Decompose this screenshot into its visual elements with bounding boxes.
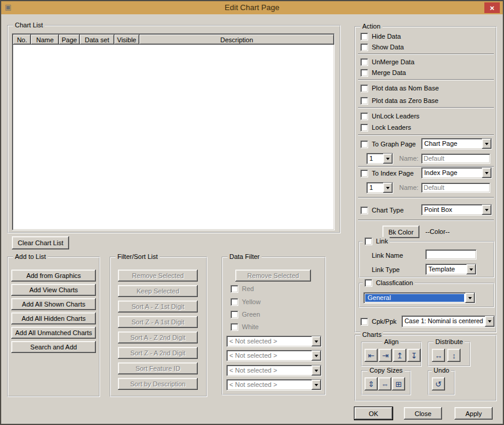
remove-selected-button: Remove Selected <box>118 270 198 282</box>
column-header-visible[interactable]: Visible <box>114 35 139 45</box>
merge-data-checkbox[interactable]: Merge Data <box>360 68 406 77</box>
chart-type-checkbox[interactable]: Chart Type <box>360 206 404 214</box>
red-checkbox-label: Red <box>242 285 254 292</box>
keep-selected-button: Keep Selected <box>118 285 198 297</box>
copy-width-button[interactable]: ⇔ <box>378 377 391 390</box>
separator <box>358 107 494 108</box>
add-all-unmatched-charts-button[interactable]: Add All Unmatched Charts <box>11 327 96 339</box>
show-data-label: Show Data <box>372 43 404 51</box>
clear-chart-list-button[interactable]: Clear Chart List <box>12 236 69 249</box>
unmerge-data-label: UnMerge Data <box>372 58 415 65</box>
graph-page-select[interactable]: Chart Page <box>421 138 492 149</box>
checkbox-icon <box>360 58 368 66</box>
close-icon: × <box>490 4 494 12</box>
ok-button[interactable]: OK <box>354 407 393 420</box>
distribute-vertical-button[interactable]: ↕ <box>447 349 461 362</box>
copy-both-button[interactable]: ⊞ <box>392 377 405 390</box>
index-page-number-select[interactable]: 1 <box>366 182 393 193</box>
checkbox-icon <box>360 112 368 120</box>
plot-zero-base-checkbox[interactable]: Plot data as Zero Base <box>360 96 438 105</box>
distribute-horizontal-button[interactable]: ↔ <box>432 349 445 362</box>
column-header-description[interactable]: Description <box>139 35 334 45</box>
dropdown-arrow-icon[interactable] <box>383 183 393 193</box>
link-type-select[interactable]: Template <box>425 264 477 275</box>
green-checkbox-label: Green <box>242 311 260 318</box>
link-checkbox[interactable]: Link <box>363 237 390 245</box>
align-bottom-button[interactable]: ↧ <box>407 349 421 362</box>
apply-button[interactable]: Apply <box>455 407 493 420</box>
combo-value: General <box>365 294 464 302</box>
dropdown-arrow-icon[interactable] <box>312 380 321 390</box>
checkbox-icon <box>231 311 238 318</box>
checkbox-icon <box>365 238 372 245</box>
sort-by-description-button: Sort by Description <box>118 378 198 390</box>
add-all-hidden-charts-button[interactable]: Add All Hidden Charts <box>11 312 96 324</box>
lock-leaders-checkbox[interactable]: Lock Leaders <box>360 123 411 132</box>
dropdown-arrow-icon[interactable] <box>482 168 491 178</box>
distribute-horizontal-icon: ↔ <box>435 351 443 360</box>
to-graph-page-checkbox[interactable]: To Graph Page <box>360 140 416 148</box>
data-filter-select-2[interactable]: < Not selected > <box>226 350 322 361</box>
close-button-footer[interactable]: Close <box>404 407 442 420</box>
cpk-ppk-checkbox[interactable]: Cpk/Ppk <box>360 317 397 326</box>
dropdown-arrow-icon[interactable] <box>312 336 321 346</box>
unmerge-data-checkbox[interactable]: UnMerge Data <box>360 58 415 66</box>
dropdown-arrow-icon[interactable] <box>383 154 393 164</box>
graph-name-label: Name: <box>399 155 418 162</box>
column-header-dataset[interactable]: Data set <box>80 35 114 45</box>
separator <box>358 197 494 198</box>
align-right-icon: ⇥ <box>382 351 389 360</box>
hide-data-checkbox[interactable]: Hide Data <box>360 32 401 40</box>
bk-color-button[interactable]: Bk Color <box>382 226 419 238</box>
plot-nom-base-checkbox[interactable]: Plot data as Nom Base <box>360 84 439 92</box>
to-index-page-checkbox[interactable]: To Index Page <box>360 169 413 177</box>
action-legend: Action <box>360 23 382 30</box>
data-filter-select-3[interactable]: < Not selected > <box>226 365 322 376</box>
link-name-input[interactable] <box>425 249 477 260</box>
checkbox-icon <box>360 43 368 51</box>
dropdown-arrow-icon[interactable] <box>466 264 476 274</box>
show-data-checkbox[interactable]: Show Data <box>360 43 404 51</box>
color-label: --Color-- <box>425 228 450 235</box>
search-and-add-button[interactable]: Search and Add <box>11 341 96 353</box>
dropdown-arrow-icon[interactable] <box>485 316 494 327</box>
chart-list-body[interactable] <box>13 45 334 229</box>
separator <box>358 220 494 221</box>
chart-list-table[interactable]: No. Name Page Data set Visible Descripti… <box>12 33 335 230</box>
add-from-graphics-button[interactable]: Add from Graphics <box>11 270 96 282</box>
undo-button[interactable]: ↺ <box>432 377 445 390</box>
index-name-field: Default <box>421 183 490 193</box>
align-right-button[interactable]: ⇥ <box>379 349 392 362</box>
index-page-select[interactable]: Index Page <box>421 167 492 179</box>
classification-select[interactable]: General <box>363 292 475 304</box>
plot-zero-base-label: Plot data as Zero Base <box>372 97 438 104</box>
to-graph-page-label: To Graph Page <box>372 140 416 148</box>
edit-chart-page-dialog: ▣ Edit Chart Page × Chart List No. Name … <box>0 0 504 425</box>
align-top-button[interactable]: ↥ <box>393 349 406 362</box>
data-filter-select-4[interactable]: < Not selected > <box>226 379 322 390</box>
add-view-charts-button[interactable]: Add View Charts <box>11 284 96 296</box>
column-header-page[interactable]: Page <box>59 35 80 45</box>
dropdown-arrow-icon[interactable] <box>312 351 321 361</box>
column-header-name[interactable]: Name <box>31 35 59 45</box>
dropdown-arrow-icon[interactable] <box>312 365 321 376</box>
data-filter-select-1[interactable]: < Not selected > <box>226 336 322 347</box>
graph-page-number-select[interactable]: 1 <box>366 153 393 164</box>
dropdown-arrow-icon[interactable] <box>482 205 491 215</box>
dropdown-arrow-icon[interactable] <box>465 293 475 303</box>
chart-type-select[interactable]: Point Box <box>421 204 492 215</box>
column-header-no[interactable]: No. <box>13 35 31 45</box>
classification-checkbox[interactable]: Classfication <box>363 279 415 287</box>
distribute-legend: Distribute <box>434 338 465 346</box>
align-left-button[interactable]: ⇤ <box>365 349 378 362</box>
chart-list-header: No. Name Page Data set Visible Descripti… <box>13 35 334 45</box>
unlock-leaders-checkbox[interactable]: UnLock Leaders <box>360 112 419 120</box>
add-all-shown-charts-button[interactable]: Add All Shown Charts <box>11 298 96 310</box>
combo-value: Chart Page <box>422 139 482 149</box>
merge-data-label: Merge Data <box>372 69 406 76</box>
copy-height-button[interactable]: ⇕ <box>365 377 378 390</box>
cpk-case-select[interactable]: Case 1: Nominal is centered <box>402 315 495 327</box>
dropdown-arrow-icon[interactable] <box>482 139 491 149</box>
close-button[interactable]: × <box>484 2 500 13</box>
to-index-page-label: To Index Page <box>372 170 413 177</box>
